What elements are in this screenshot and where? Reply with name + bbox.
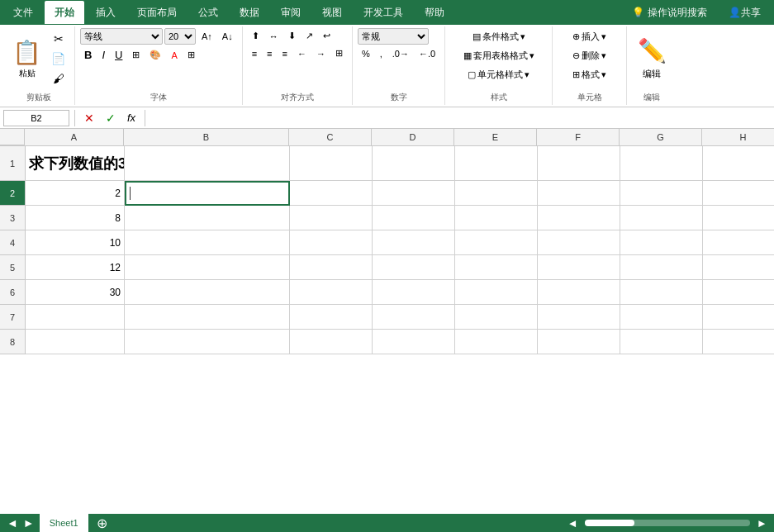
cell-h6[interactable] [703, 280, 774, 305]
format-painter-button[interactable]: 🖌 [47, 69, 69, 88]
thousands-button[interactable]: , [376, 46, 387, 61]
align-top-button[interactable]: ⬆ [248, 28, 264, 44]
fx-button[interactable]: fx [123, 109, 140, 126]
cell-h1[interactable] [703, 146, 774, 181]
cell-g2[interactable] [620, 181, 703, 206]
decrease-font-button[interactable]: A↓ [218, 29, 237, 44]
increase-font-button[interactable]: A↑ [197, 29, 216, 44]
font-name-selector[interactable]: 等线 [80, 28, 163, 45]
cell-d3[interactable] [373, 206, 455, 230]
tab-home[interactable]: 开始 [45, 1, 84, 24]
cancel-formula-button[interactable]: ✕ [80, 109, 98, 127]
align-center-button[interactable]: ≡ [263, 45, 276, 61]
row-num-3[interactable]: 3 [0, 206, 25, 230]
col-header-b[interactable]: B [124, 129, 289, 145]
cell-f7[interactable] [538, 305, 620, 330]
cell-c4[interactable] [290, 230, 373, 255]
decrease-indent-button[interactable]: ← [293, 45, 311, 61]
cell-e7[interactable] [455, 305, 538, 330]
format-cells-button[interactable]: ⊞ 格式 ▾ [568, 66, 610, 83]
tab-layout[interactable]: 页面布局 [127, 1, 187, 24]
tab-review[interactable]: 审阅 [271, 1, 311, 24]
cell-d2[interactable] [373, 181, 455, 206]
cell-g5[interactable] [620, 255, 703, 280]
col-header-d[interactable]: D [372, 129, 454, 145]
fill-color-button[interactable]: 🎨 [145, 47, 165, 63]
increase-indent-button[interactable]: → [312, 45, 330, 61]
col-header-h[interactable]: H [702, 129, 774, 145]
cell-e3[interactable] [455, 206, 538, 230]
row-num-5[interactable]: 5 [0, 255, 25, 280]
cell-f1[interactable] [538, 146, 620, 181]
increase-decimal-button[interactable]: .0→ [388, 46, 413, 61]
cell-b3[interactable] [125, 206, 290, 230]
row-num-4[interactable]: 4 [0, 230, 25, 255]
align-left-button[interactable]: ≡ [248, 45, 261, 61]
cell-f6[interactable] [538, 280, 620, 305]
row-num-1[interactable]: 1 [0, 146, 25, 181]
cell-c5[interactable] [290, 255, 373, 280]
wrap-text-button[interactable]: ↩ [319, 28, 335, 44]
tab-data[interactable]: 数据 [230, 1, 269, 24]
cell-g6[interactable] [620, 280, 703, 305]
col-header-f[interactable]: F [537, 129, 620, 145]
cell-b4[interactable] [125, 230, 290, 255]
tab-insert[interactable]: 插入 [86, 1, 126, 24]
confirm-formula-button[interactable]: ✓ [102, 109, 120, 127]
row-num-6[interactable]: 6 [0, 280, 25, 305]
share-button[interactable]: 👤 共享 [719, 1, 771, 24]
cell-g3[interactable] [620, 206, 703, 230]
cell-f5[interactable] [538, 255, 620, 280]
cell-c3[interactable] [290, 206, 373, 230]
cell-c6[interactable] [290, 280, 373, 305]
percent-button[interactable]: % [358, 46, 374, 61]
cell-d8[interactable] [373, 330, 455, 354]
cell-h7[interactable] [703, 305, 774, 330]
align-middle-button[interactable]: ↔ [265, 28, 283, 44]
table-format-button[interactable]: ▦ 套用表格格式 ▾ [459, 47, 539, 64]
cell-d5[interactable] [373, 255, 455, 280]
cell-a3[interactable]: 8 [26, 206, 125, 230]
delete-cells-button[interactable]: ⊖ 删除 ▾ [568, 47, 610, 64]
cell-g7[interactable] [620, 305, 703, 330]
cell-a6[interactable]: 30 [26, 280, 125, 305]
align-bottom-button[interactable]: ⬇ [284, 28, 300, 44]
cell-h5[interactable] [703, 255, 774, 280]
italic-button[interactable]: I [97, 46, 109, 64]
cell-f2[interactable] [538, 181, 620, 206]
cell-reference-box[interactable]: B2 [3, 110, 69, 126]
text-angle-button[interactable]: ↗ [302, 28, 317, 44]
row-num-7[interactable]: 7 [0, 305, 25, 330]
cell-b6[interactable] [125, 280, 290, 305]
cell-g1[interactable] [620, 146, 703, 181]
tab-search[interactable]: 💡 操作说明搜索 [622, 1, 717, 24]
cell-e2[interactable] [455, 181, 538, 206]
underline-button[interactable]: U [111, 46, 126, 64]
cell-f3[interactable] [538, 206, 620, 230]
cell-e4[interactable] [455, 230, 538, 255]
cell-a1[interactable]: 求下列数值的3次幂 [26, 146, 125, 181]
border-button[interactable]: ⊞ [128, 47, 144, 63]
row-num-2[interactable]: 2 [0, 181, 25, 206]
cell-b8[interactable] [125, 330, 290, 354]
insert-cells-button[interactable]: ⊕ 插入 ▾ [568, 28, 610, 45]
cell-a5[interactable]: 12 [26, 255, 125, 280]
align-right-button[interactable]: ≡ [278, 45, 292, 61]
col-header-c[interactable]: C [289, 129, 372, 145]
col-header-e[interactable]: E [454, 129, 537, 145]
font-color-button[interactable]: A [167, 48, 181, 63]
cell-a2[interactable]: 2 [26, 181, 125, 206]
cell-b5[interactable] [125, 255, 290, 280]
font-size-selector[interactable]: 20 [164, 28, 196, 45]
cell-d4[interactable] [373, 230, 455, 255]
cell-style-button[interactable]: ▢ 单元格样式 ▾ [459, 66, 539, 83]
cell-g8[interactable] [620, 330, 703, 354]
font-more-button[interactable]: ⊞ [183, 47, 199, 63]
tab-formula[interactable]: 公式 [188, 1, 228, 24]
cell-f4[interactable] [538, 230, 620, 255]
conditional-format-button[interactable]: ▤ 条件格式 ▾ [459, 28, 539, 45]
col-header-a[interactable]: A [25, 129, 124, 145]
bold-button[interactable]: B [80, 46, 96, 64]
cell-f8[interactable] [538, 330, 620, 354]
paste-button[interactable]: 📋 粘贴 [8, 31, 45, 86]
